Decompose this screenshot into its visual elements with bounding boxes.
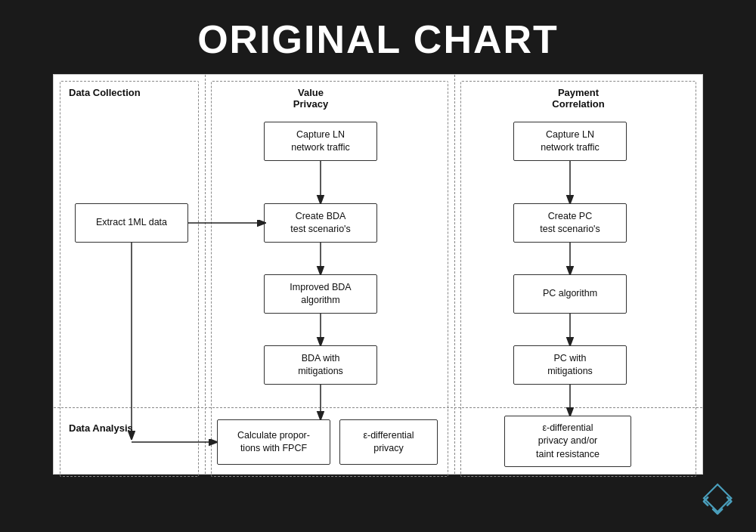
box-capture-ln-pc: Capture LNnetwork traffic xyxy=(513,122,627,161)
box-epsilon-dp-pc: ε-differentialprivacy and/ortaint resist… xyxy=(504,416,631,467)
box-improved-bda: Improved BDAalgorithm xyxy=(264,274,377,314)
box-capture-ln-vp: Capture LNnetwork traffic xyxy=(264,122,377,161)
box-calc-proportions: Calculate propor-tions with FPCF xyxy=(217,419,330,465)
value-privacy-label: ValuePrivacy xyxy=(293,87,328,110)
payment-correlation-label: PaymentCorrelation xyxy=(552,87,604,110)
box-extract-1ml: Extract 1ML data xyxy=(75,203,188,243)
box-bda-mitigations: BDA withmitigations xyxy=(264,345,377,385)
box-epsilon-dp-vp: ε-differentialprivacy xyxy=(339,419,438,465)
data-analysis-label: Data Analysis xyxy=(69,422,133,434)
box-create-bda: Create BDAtest scenario's xyxy=(264,203,377,243)
page-title: ORIGINAL CHART xyxy=(0,0,756,74)
data-collection-label: Data Collection xyxy=(69,87,141,98)
box-pc-mitigations: PC withmitigations xyxy=(513,345,627,385)
box-create-pc: Create PCtest scenario's xyxy=(513,203,627,243)
box-pc-algorithm: PC algorithm xyxy=(513,274,627,314)
chart-container: Data Collection ValuePrivacy PaymentCorr… xyxy=(53,74,703,475)
nav-icon[interactable] xyxy=(699,479,738,518)
